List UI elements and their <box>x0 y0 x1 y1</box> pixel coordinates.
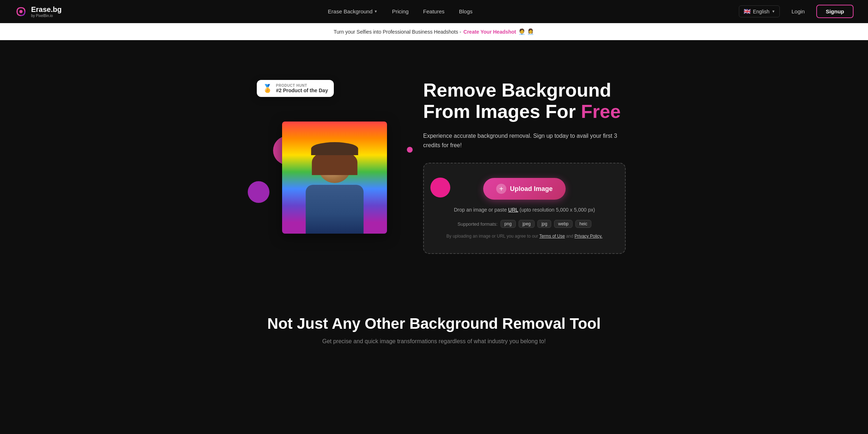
chevron-down-icon: ▼ <box>772 9 775 13</box>
create-headshot-link[interactable]: Create Your Headshot <box>463 29 516 35</box>
hero-title: Remove Background From Images For Free <box>423 80 626 123</box>
language-label: English <box>753 9 770 14</box>
format-webp: webp <box>554 220 573 228</box>
bottom-subtitle: Get precise and quick image transformati… <box>29 338 839 345</box>
navbar: Erase.bg by PixelBin.io Erase Background… <box>0 0 868 23</box>
logo-icon[interactable] <box>14 5 27 18</box>
navbar-right: 🇬🇧 English ▼ Login Signup <box>739 5 854 18</box>
format-heic: heic <box>575 220 591 228</box>
medal-icon: 🏅 <box>263 84 272 93</box>
nav-erase-background[interactable]: Erase Background ▼ <box>322 5 383 17</box>
nav-features[interactable]: Features <box>417 5 450 17</box>
hero-content: Remove Background From Images For Free E… <box>423 80 626 254</box>
person-hat <box>311 142 358 156</box>
decorative-circle-purple <box>248 181 269 203</box>
formats-label: Supported formats: <box>458 221 498 227</box>
format-jpeg: jpeg <box>519 220 535 228</box>
nav-center: Erase Background ▼ Pricing Features Blog… <box>322 5 478 17</box>
hero-subtitle: Experience accurate background removal. … <box>423 131 626 150</box>
hero-title-line2: From Images For <box>423 101 581 122</box>
hero-demo-image <box>282 122 387 234</box>
terms-link[interactable]: Terms of Use <box>539 234 565 239</box>
decorative-dot <box>407 147 413 153</box>
upload-hint: Drop an image or paste URL (upto resolut… <box>435 207 613 213</box>
upload-box: + Upload Image Drop an image or paste UR… <box>423 163 626 254</box>
headshot-emoji: 🧑‍💼 👩‍💼 <box>518 28 534 35</box>
product-hunt-badge: 🏅 PRODUCT HUNT #2 Product of the Day <box>257 80 334 97</box>
login-button[interactable]: Login <box>784 5 812 17</box>
chevron-down-icon: ▼ <box>374 9 378 13</box>
person-body <box>306 185 363 234</box>
upload-btn-label: Upload Image <box>510 185 553 193</box>
hero-section: 🏅 PRODUCT HUNT #2 Product of the Day <box>0 40 868 293</box>
flag-icon: 🇬🇧 <box>744 8 751 15</box>
nav-blogs[interactable]: Blogs <box>453 5 478 17</box>
hero-title-line1: Remove Background <box>423 80 611 101</box>
ph-text: PRODUCT HUNT #2 Product of the Day <box>276 84 328 93</box>
format-jpg: jpg <box>537 220 551 228</box>
person-head <box>318 152 351 183</box>
person-figure <box>295 139 374 234</box>
decorative-circle-pink-right <box>430 178 450 197</box>
signup-button[interactable]: Signup <box>816 5 854 18</box>
logo-area: Erase.bg by PixelBin.io <box>14 5 61 18</box>
nav-pricing[interactable]: Pricing <box>386 5 414 17</box>
upload-image-button[interactable]: + Upload Image <box>483 178 566 200</box>
rainbow-background <box>282 122 387 234</box>
bottom-section: Not Just Any Other Background Removal To… <box>0 293 868 359</box>
logo-title[interactable]: Erase.bg <box>31 5 61 14</box>
hero-title-free: Free <box>581 101 621 122</box>
bottom-title: Not Just Any Other Background Removal To… <box>29 315 839 332</box>
plus-icon: + <box>496 184 506 194</box>
privacy-link[interactable]: Privacy Policy. <box>575 234 603 239</box>
announcement-text: Turn your Selfies into Professional Busi… <box>334 29 461 35</box>
format-png: png <box>501 220 516 228</box>
ph-title: #2 Product of the Day <box>276 88 328 93</box>
formats-row: Supported formats: png jpeg jpg webp hei… <box>435 220 613 228</box>
upload-legal: By uploading an image or URL you agree t… <box>435 234 613 239</box>
announcement-bar: Turn your Selfies into Professional Busi… <box>0 23 868 40</box>
hero-image-area: 🏅 PRODUCT HUNT #2 Product of the Day <box>242 80 394 254</box>
language-selector[interactable]: 🇬🇧 English ▼ <box>739 5 780 17</box>
ph-label: PRODUCT HUNT <box>276 84 328 88</box>
logo-subtitle: by PixelBin.io <box>31 14 61 18</box>
logo-text: Erase.bg by PixelBin.io <box>31 5 61 18</box>
url-link[interactable]: URL <box>508 207 518 213</box>
svg-point-0 <box>20 10 23 13</box>
